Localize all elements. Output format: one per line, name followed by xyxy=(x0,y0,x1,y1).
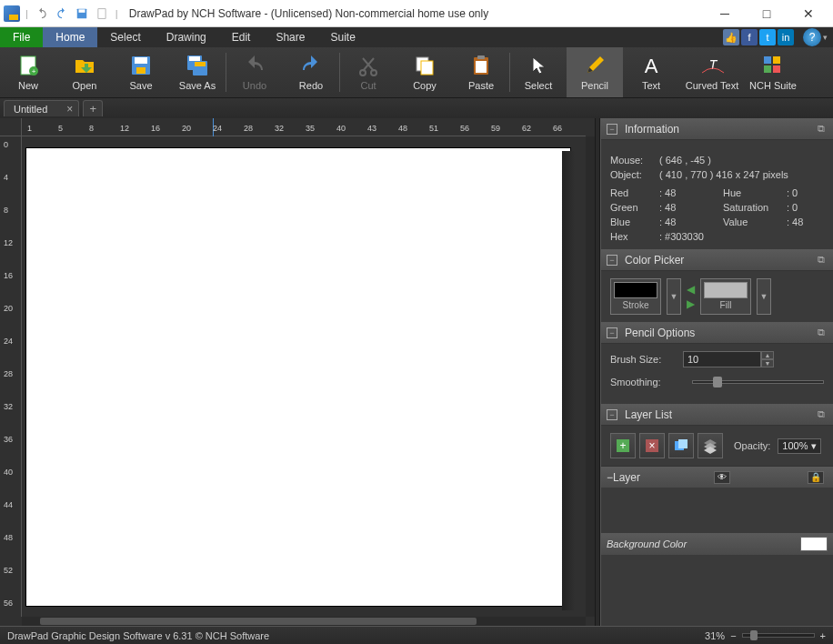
horizontal-scrollbar[interactable] xyxy=(22,617,586,626)
svg-rect-10 xyxy=(189,56,200,61)
undo-icon xyxy=(243,54,266,77)
popout-icon[interactable]: ⧉ xyxy=(815,254,828,267)
merge-layer-button[interactable] xyxy=(698,433,723,458)
duplicate-layer-button[interactable] xyxy=(668,433,694,458)
spinner-down[interactable]: ▼ xyxy=(761,359,774,367)
smoothing-slider[interactable] xyxy=(692,380,824,384)
redo-button[interactable]: Redo xyxy=(283,47,339,97)
svg-rect-8 xyxy=(136,67,146,74)
menu-share[interactable]: Share xyxy=(263,27,317,47)
svg-rect-1 xyxy=(78,9,85,13)
new-qat-icon[interactable] xyxy=(94,5,110,22)
open-icon xyxy=(73,54,96,77)
document-tab[interactable]: Untitled × xyxy=(4,100,79,116)
collapse-icon[interactable]: − xyxy=(607,409,617,420)
copy-button[interactable]: Copy xyxy=(396,47,453,97)
open-button[interactable]: Open xyxy=(56,47,113,97)
fill-swatch[interactable]: Fill xyxy=(700,278,751,315)
suite-icon xyxy=(761,54,785,77)
canvas-area[interactable]: 158121620242832354043485156596266 048121… xyxy=(0,118,595,626)
opacity-value[interactable]: 100% ▾ xyxy=(778,438,820,454)
menu-file[interactable]: File xyxy=(0,27,43,47)
redo-icon xyxy=(299,54,323,77)
background-color-row[interactable]: Background Color xyxy=(601,533,833,555)
curved-text-icon: T xyxy=(700,54,724,77)
help-icon[interactable]: ? xyxy=(803,28,821,46)
maximize-button[interactable]: □ xyxy=(746,0,788,27)
linkedin-icon[interactable]: in xyxy=(778,29,794,45)
add-tab-button[interactable]: + xyxy=(83,100,103,116)
close-button[interactable]: ✕ xyxy=(788,0,829,27)
nch-suite-button[interactable]: NCH Suite xyxy=(745,47,801,97)
zoom-slider[interactable] xyxy=(742,633,815,638)
panel-layer-header[interactable]: − Layer 👁 🔒 xyxy=(601,466,833,488)
popout-icon[interactable]: ⧉ xyxy=(815,327,828,339)
status-text: DrawPad Graphic Design Software v 6.31 ©… xyxy=(7,630,269,641)
delete-layer-button[interactable]: × xyxy=(639,433,665,458)
panel-layerlist-header[interactable]: − Layer List ⧉ xyxy=(601,404,833,426)
swap-colors-icon[interactable]: ◀▶ xyxy=(687,283,695,310)
cut-button[interactable]: Cut xyxy=(340,47,396,97)
vertical-scrollbar[interactable] xyxy=(586,136,595,617)
save-icon xyxy=(129,54,153,77)
panel-penciloptions-body: Brush Size: ▲▼ Smoothing: xyxy=(601,344,833,404)
add-layer-button[interactable]: + xyxy=(610,433,636,458)
select-tool-button[interactable]: Select xyxy=(510,47,567,97)
close-tab-icon[interactable]: × xyxy=(66,103,73,116)
popout-icon[interactable]: ⧉ xyxy=(815,408,828,421)
undo-button[interactable]: Undo xyxy=(226,47,283,97)
background-color-swatch[interactable] xyxy=(800,537,828,551)
svg-text:×: × xyxy=(648,439,655,452)
menu-home[interactable]: Home xyxy=(43,27,97,47)
lock-icon[interactable]: 🔒 xyxy=(808,471,824,484)
undo-qat-icon[interactable] xyxy=(34,5,50,22)
menu-suite[interactable]: Suite xyxy=(317,27,367,47)
saveas-button[interactable]: Save As xyxy=(169,47,226,97)
zoom-in-button[interactable]: + xyxy=(820,630,826,641)
spinner-up[interactable]: ▲ xyxy=(761,351,774,359)
menu-edit[interactable]: Edit xyxy=(219,27,264,47)
svg-text:T: T xyxy=(709,57,718,72)
panel-information-body: Mouse:( 646 , -45 ) Object:( 410 , 770 )… xyxy=(601,140,833,249)
facebook-icon[interactable]: f xyxy=(741,29,758,45)
paste-button[interactable]: Paste xyxy=(453,47,509,97)
collapse-icon[interactable]: − xyxy=(607,471,613,484)
svg-rect-25 xyxy=(773,65,780,73)
svg-rect-7 xyxy=(135,57,147,64)
text-icon: A xyxy=(639,54,663,77)
svg-rect-19 xyxy=(477,55,485,59)
titlebar: | | DrawPad by NCH Software - (Unlicense… xyxy=(0,0,833,27)
new-button[interactable]: + New xyxy=(0,47,56,97)
stroke-swatch[interactable]: Stroke xyxy=(610,278,661,315)
panel-penciloptions-header[interactable]: − Pencil Options ⧉ xyxy=(601,322,833,344)
menu-select[interactable]: Select xyxy=(97,27,153,47)
collapse-icon[interactable]: − xyxy=(607,327,617,338)
svg-rect-12 xyxy=(195,62,206,66)
save-button[interactable]: Save xyxy=(113,47,169,97)
like-icon[interactable]: 👍 xyxy=(723,29,739,45)
pencil-icon xyxy=(583,54,607,77)
redo-qat-icon[interactable] xyxy=(54,5,70,22)
text-tool-button[interactable]: A Text xyxy=(623,47,679,97)
visibility-icon[interactable]: 👁 xyxy=(714,471,730,484)
collapse-icon[interactable]: − xyxy=(607,124,617,135)
panel-information-header[interactable]: − Information ⧉ xyxy=(601,118,833,140)
save-qat-icon[interactable] xyxy=(74,5,90,22)
curved-text-button[interactable]: T Curved Text xyxy=(679,47,745,97)
layer-thumbnail-area[interactable] xyxy=(601,488,833,533)
svg-text:A: A xyxy=(645,55,658,76)
popout-icon[interactable]: ⧉ xyxy=(815,123,828,136)
ruler-corner xyxy=(0,118,22,136)
panel-colorpicker-header[interactable]: − Color Picker ⧉ xyxy=(601,249,833,271)
fill-dropdown[interactable]: ▼ xyxy=(757,278,771,315)
minimize-button[interactable]: ─ xyxy=(704,0,746,27)
collapse-icon[interactable]: − xyxy=(607,255,617,266)
pencil-tool-button[interactable]: Pencil xyxy=(567,47,623,97)
menu-drawing[interactable]: Drawing xyxy=(154,27,219,47)
canvas[interactable] xyxy=(25,147,571,607)
zoom-out-button[interactable]: − xyxy=(730,630,736,641)
twitter-icon[interactable]: t xyxy=(759,29,776,45)
brush-size-input[interactable] xyxy=(683,351,761,367)
stroke-dropdown[interactable]: ▼ xyxy=(667,278,681,315)
svg-text:+: + xyxy=(619,439,626,452)
